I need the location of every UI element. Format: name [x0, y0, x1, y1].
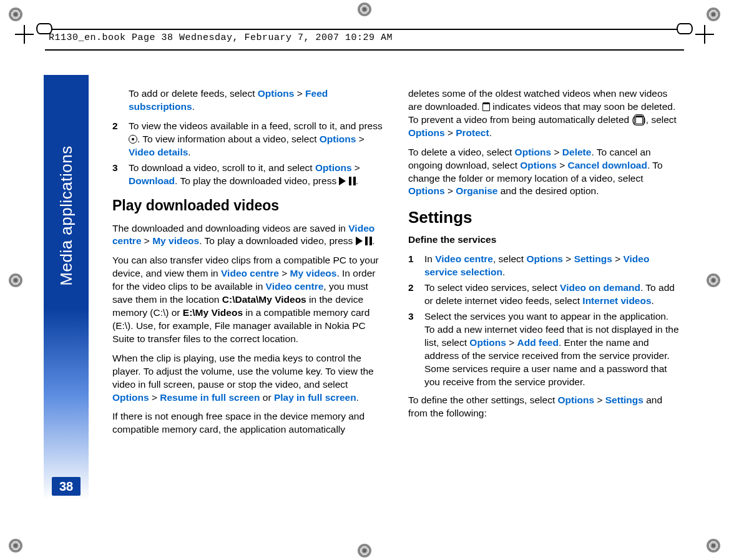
protected-icon — [635, 115, 643, 124]
crop-mark-icon — [707, 539, 720, 553]
crop-mark-icon — [707, 273, 720, 287]
body-text: The downloaded and downloading videos ar… — [112, 222, 384, 248]
body-text: deletes some of the oldest watched video… — [408, 87, 680, 140]
binding-mark-icon — [677, 23, 693, 34]
body-text: To delete a video, select Options > Dele… — [408, 146, 680, 199]
ui-option-play-full-screen: Play in full screen — [274, 392, 356, 403]
body-text: To view the videos available in a feed, … — [129, 120, 384, 159]
ui-option-video-on-demand: Video on demand — [560, 282, 640, 293]
scroll-key-icon — [129, 135, 137, 144]
step-number: 2 — [408, 282, 417, 308]
ui-option-my-videos: My videos — [290, 268, 336, 278]
body-columns: To add or delete feeds, select Options >… — [112, 87, 680, 443]
register-mark-icon — [15, 25, 34, 44]
section-sidebar: Media applications 38 — [44, 75, 89, 499]
ui-option-video-centre: Video centre — [266, 281, 324, 292]
body-text: To select video services, select Video o… — [424, 282, 680, 308]
section-title: Media applications — [57, 145, 76, 285]
ui-option-internet-videos: Internet videos — [582, 295, 651, 306]
delete-candidate-icon — [482, 102, 490, 111]
pause-icon — [365, 237, 372, 245]
step-number: 3 — [112, 162, 121, 188]
ui-option-options: Options — [315, 162, 352, 173]
ui-option-resume-full-screen: Resume in full screen — [160, 392, 260, 403]
ui-option-options: Options — [515, 147, 552, 157]
step-number: 3 — [408, 310, 417, 389]
ui-option-delete: Delete — [562, 147, 592, 157]
ui-option-settings: Settings — [574, 253, 612, 264]
crop-mark-icon — [358, 544, 371, 558]
play-icon — [356, 237, 363, 245]
body-text: In Video centre, select Options > Settin… — [424, 253, 680, 279]
ui-option-add-feed: Add feed — [517, 337, 559, 348]
step-number: 1 — [408, 253, 417, 279]
crop-mark-icon — [9, 7, 22, 21]
ui-option-options: Options — [526, 253, 563, 264]
running-header-text: R1130_en.book Page 38 Wednesday, Februar… — [12, 30, 717, 43]
crop-mark-icon — [358, 2, 371, 16]
ui-option-download: Download — [129, 175, 175, 186]
register-mark-icon — [695, 25, 714, 44]
running-header: R1130_en.book Page 38 Wednesday, Februar… — [12, 29, 717, 51]
ui-option-options: Options — [258, 88, 295, 99]
column-right: deletes some of the oldest watched video… — [408, 87, 680, 443]
crop-mark-icon — [707, 7, 720, 21]
ui-option-video-centre: Video centre — [221, 268, 279, 278]
column-left: To add or delete feeds, select Options >… — [112, 87, 384, 443]
crop-mark-icon — [9, 539, 22, 553]
ui-option-options: Options — [320, 134, 356, 144]
body-text: When the clip is playing, use the media … — [112, 352, 384, 405]
ui-option-settings: Settings — [605, 395, 643, 405]
ui-option-options: Options — [469, 337, 506, 348]
ui-option-options: Options — [520, 160, 557, 170]
binding-mark-icon — [36, 23, 52, 34]
body-text: To add or delete feeds, select Options >… — [112, 87, 384, 114]
page-number: 38 — [52, 477, 81, 496]
body-text: To define the other settings, select Opt… — [408, 394, 680, 420]
ui-option-video-centre: Video centre — [435, 253, 493, 264]
ui-option-options: Options — [408, 127, 445, 138]
body-text: Select the services you want to appear i… — [424, 310, 680, 389]
pause-icon — [349, 177, 356, 185]
heading-settings: Settings — [408, 207, 680, 228]
ui-option-protect: Protect — [456, 127, 489, 138]
play-icon — [339, 177, 346, 185]
step-number: 2 — [112, 120, 121, 159]
ui-option-options: Options — [558, 395, 595, 405]
body-text: To download a video, scroll to it, and s… — [129, 162, 384, 188]
crop-mark-icon — [9, 273, 22, 287]
ui-option-video-details: Video details — [129, 147, 188, 157]
heading-play-downloaded-videos: Play downloaded videos — [112, 196, 384, 215]
ui-option-options: Options — [112, 392, 149, 403]
body-text: You can also transfer video clips from a… — [112, 254, 384, 345]
ui-option-cancel-download: Cancel download — [567, 160, 647, 170]
ui-option-my-videos: My videos — [152, 235, 199, 246]
ui-option-organise: Organise — [456, 185, 497, 196]
body-text: If there is not enough free space in the… — [112, 410, 384, 436]
ui-option-options: Options — [408, 185, 445, 196]
sub-heading-define-services: Define the services — [408, 233, 680, 247]
